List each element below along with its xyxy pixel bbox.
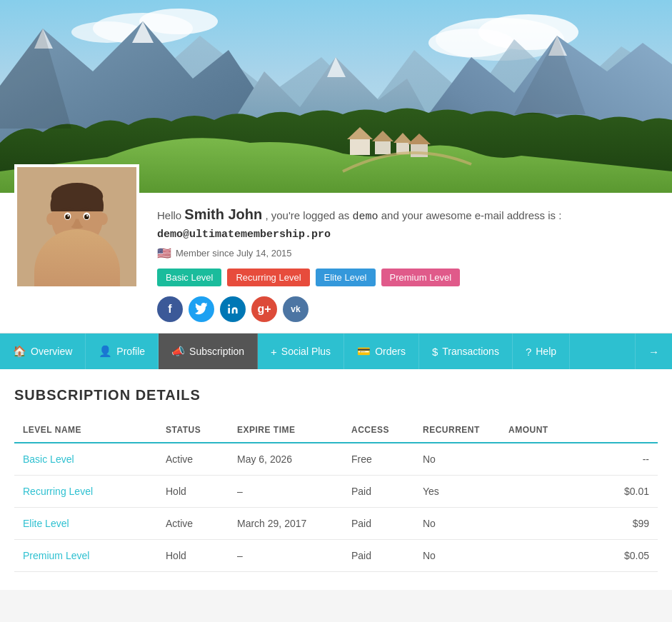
twitter-icon[interactable] — [189, 296, 214, 322]
google-plus-icon[interactable]: g+ — [251, 296, 277, 322]
col-header-recurrent: RECURRENT — [414, 418, 500, 443]
svg-point-32 — [65, 214, 70, 219]
user-full-name: Smith John — [184, 206, 262, 222]
plus-icon: + — [271, 346, 277, 358]
row-recurring-access: Paid — [343, 476, 414, 508]
subscription-title: SUBSCRIPTION DETAILS — [14, 387, 658, 403]
tab-help[interactable]: ? Help — [513, 333, 570, 369]
orders-icon: 💳 — [357, 345, 371, 358]
elite-level-link[interactable]: Elite Level — [23, 518, 69, 529]
col-header-level-name: LEVEL NAME — [14, 418, 157, 443]
subscription-table: LEVEL NAME STATUS EXPIRE TIME ACCESS REC… — [14, 418, 658, 572]
logout-icon: → — [648, 346, 659, 358]
row-recurring-recurrent: Yes — [414, 476, 500, 508]
tab-overview[interactable]: 🏠 Overview — [0, 333, 86, 369]
row-elite-access: Paid — [343, 508, 414, 540]
row-elite-expire: March 29, 2017 — [229, 508, 343, 540]
tab-profile[interactable]: 👤 Profile — [86, 333, 159, 369]
svg-point-33 — [84, 214, 89, 219]
row-basic-expire: May 6, 2026 — [229, 443, 343, 476]
tab-logout[interactable]: → — [635, 333, 672, 369]
tab-transactions-label: Transactions — [442, 346, 499, 357]
svg-point-5 — [139, 9, 218, 34]
table-header-row: LEVEL NAME STATUS EXPIRE TIME ACCESS REC… — [14, 418, 658, 443]
member-since: 🇺🇸 Member since July 14, 2015 — [157, 246, 658, 260]
row-basic-recurrent: No — [414, 443, 500, 476]
basic-level-link[interactable]: Basic Level — [23, 453, 74, 465]
svg-rect-15 — [350, 139, 370, 155]
avatar-wrapper — [14, 164, 139, 289]
transactions-icon: $ — [432, 346, 438, 358]
svg-point-35 — [86, 215, 88, 216]
nav-tabs: 🏠 Overview 👤 Profile 📣 Subscription + So… — [0, 333, 672, 369]
social-icons: f g+ vk — [157, 296, 658, 322]
tab-profile-label: Profile — [116, 346, 145, 357]
tab-overview-label: Overview — [31, 346, 72, 357]
col-header-amount: AMOUNT — [500, 418, 658, 443]
svg-point-36 — [46, 213, 56, 225]
col-header-status: STATUS — [157, 418, 229, 443]
row-elite-amount: $99 — [500, 508, 658, 540]
row-basic-access: Free — [343, 443, 414, 476]
col-header-access: ACCESS — [343, 418, 414, 443]
tab-transactions[interactable]: $ Transactions — [419, 333, 513, 369]
user-greeting: Hello Smith John , you're logged as demo… — [157, 204, 658, 243]
tab-help-label: Help — [536, 346, 556, 357]
tab-social-plus[interactable]: + Social Plus — [258, 333, 344, 369]
tab-social-plus-label: Social Plus — [281, 346, 331, 357]
main-content: SUBSCRIPTION DETAILS LEVEL NAME STATUS E… — [0, 369, 672, 590]
row-recurring-amount: $0.01 — [500, 476, 658, 508]
row-premium-access: Paid — [343, 540, 414, 572]
tab-subscription-label: Subscription — [189, 346, 244, 357]
tab-subscription[interactable]: 📣 Subscription — [159, 333, 258, 369]
profile-section: Hello Smith John , you're logged as demo… — [0, 193, 672, 333]
row-elite-level-name: Elite Level — [14, 508, 157, 540]
row-premium-recurrent: No — [414, 540, 500, 572]
profile-icon: 👤 — [99, 345, 112, 358]
vk-icon[interactable]: vk — [283, 296, 309, 322]
badge-recurring-level: Recurring Level — [227, 269, 309, 286]
row-premium-level-name: Premium Level — [14, 540, 157, 572]
premium-level-link[interactable]: Premium Level — [23, 550, 89, 561]
row-premium-expire: – — [229, 540, 343, 572]
row-premium-amount: $0.05 — [500, 540, 658, 572]
row-recurring-level-name: Recurring Level — [14, 476, 157, 508]
svg-point-37 — [99, 213, 108, 225]
svg-point-34 — [67, 215, 69, 216]
col-header-expire-time: EXPIRE TIME — [229, 418, 343, 443]
subscription-icon: 📣 — [171, 345, 185, 358]
row-premium-status: Hold — [157, 540, 229, 572]
recurring-level-link[interactable]: Recurring Level — [23, 486, 93, 497]
level-badges: Basic Level Recurring Level Elite Level … — [157, 269, 658, 286]
svg-rect-17 — [375, 141, 391, 154]
facebook-icon[interactable]: f — [157, 296, 183, 322]
avatar — [17, 167, 136, 286]
help-icon: ? — [526, 346, 531, 358]
row-recurring-expire: – — [229, 476, 343, 508]
row-elite-status: Active — [157, 508, 229, 540]
tab-orders[interactable]: 💳 Orders — [344, 333, 419, 369]
table-row: Recurring Level Hold – Paid Yes $0.01 — [14, 476, 658, 508]
row-basic-level-name: Basic Level — [14, 443, 157, 476]
username: demo — [353, 211, 378, 223]
user-email: demo@ultimatemembership.pro — [157, 229, 331, 241]
svg-point-38 — [228, 304, 230, 306]
table-row: Elite Level Active March 29, 2017 Paid N… — [14, 508, 658, 540]
row-recurring-status: Hold — [157, 476, 229, 508]
svg-point-3 — [428, 29, 514, 57]
svg-rect-27 — [69, 232, 84, 246]
page-wrapper: Hello Smith John , you're logged as demo… — [0, 0, 672, 590]
flag-icon: 🇺🇸 — [157, 246, 171, 260]
home-icon: 🏠 — [13, 345, 26, 358]
badge-elite-level: Elite Level — [316, 269, 376, 286]
row-basic-amount: -- — [500, 443, 658, 476]
table-row: Basic Level Active May 6, 2026 Free No -… — [14, 443, 658, 476]
linkedin-icon[interactable] — [220, 296, 246, 322]
table-row: Premium Level Hold – Paid No $0.05 — [14, 540, 658, 572]
row-basic-status: Active — [157, 443, 229, 476]
row-elite-recurrent: No — [414, 508, 500, 540]
badge-basic-level: Basic Level — [157, 269, 221, 286]
badge-premium-level: Premium Level — [381, 269, 461, 286]
tab-orders-label: Orders — [375, 346, 406, 357]
svg-rect-21 — [411, 144, 428, 157]
